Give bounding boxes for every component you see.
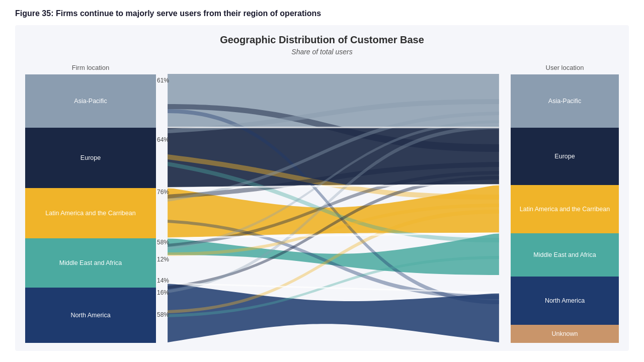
chart-subtitle: Share of total users	[291, 48, 352, 56]
chart-title: Geographic Distribution of Customer Base	[220, 34, 424, 46]
chart-container: Geographic Distribution of Customer Base…	[15, 25, 629, 351]
pct-16: 16%	[157, 289, 169, 296]
left-bar-europe: Europe	[25, 128, 156, 188]
right-col-label: User location	[511, 64, 619, 71]
left-bar-asia: Asia-Pacific	[25, 74, 156, 128]
left-bar-mea: Middle East and Africa	[25, 238, 156, 288]
pct-64: 64%	[157, 136, 169, 143]
pct-76: 76%	[157, 189, 169, 196]
right-bar-asia: Asia-Pacific	[511, 74, 619, 128]
left-column: Firm location Asia-Pacific Europe Latin …	[25, 64, 156, 343]
left-bar-latam: Latin America and the Carribean	[25, 188, 156, 238]
left-bar-na: North America	[25, 288, 156, 343]
left-col-label: Firm location	[25, 64, 156, 71]
right-bar-europe: Europe	[511, 128, 619, 185]
right-bar-mea: Middle East and Africa	[511, 233, 619, 277]
pct-14: 14%	[157, 277, 169, 284]
right-bar-unknown: Unknown	[511, 325, 619, 343]
middle-sankey: x 61% 64% 76% 58% 12% 14% 16% 58%	[156, 64, 511, 342]
sankey-svg	[156, 74, 511, 342]
right-bar-na: North America	[511, 277, 619, 325]
pct-61: 61%	[157, 77, 169, 84]
pct-12: 12%	[157, 256, 169, 263]
right-column: User location Asia-Pacific Europe Latin …	[511, 64, 619, 343]
sankey-wrapper: Firm location Asia-Pacific Europe Latin …	[25, 64, 619, 343]
figure-title: Figure 35: Firms continue to majorly ser…	[15, 9, 629, 18]
pct-58b: 58%	[157, 311, 169, 318]
page-container: Figure 35: Firms continue to majorly ser…	[0, 0, 644, 362]
left-bars: Asia-Pacific Europe Latin America and th…	[25, 74, 156, 343]
right-bars: Asia-Pacific Europe Latin America and th…	[511, 74, 619, 343]
pct-58a: 58%	[157, 239, 169, 246]
right-bar-latam: Latin America and the Carribean	[511, 185, 619, 233]
